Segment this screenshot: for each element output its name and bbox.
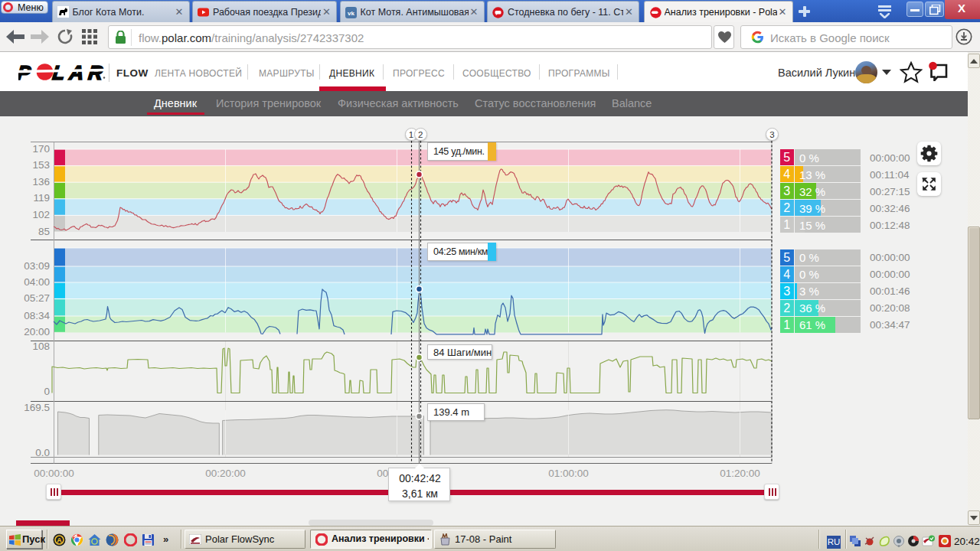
svg-text:P: P <box>18 64 32 83</box>
svg-text:LAR: LAR <box>51 64 109 83</box>
svg-text:A: A <box>57 536 62 544</box>
svg-text:vk: vk <box>348 10 354 17</box>
